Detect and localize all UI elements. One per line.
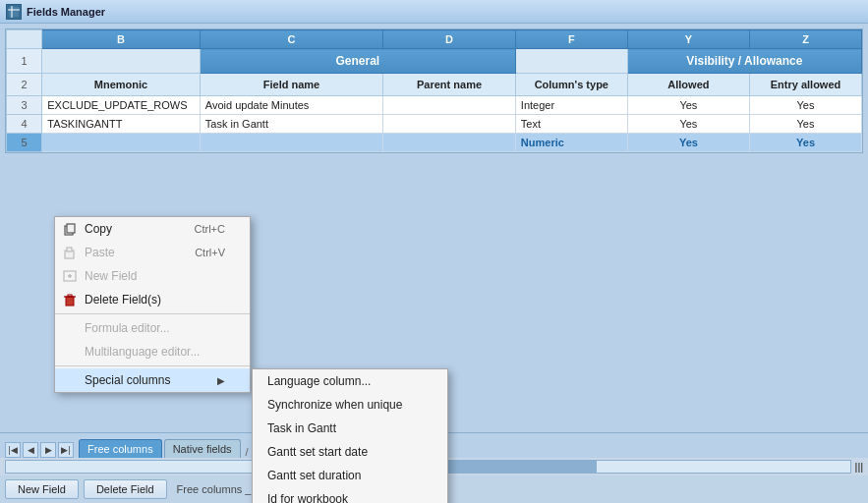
cell-5-entryallowed[interactable]: Yes	[750, 134, 862, 152]
tab-last-btn[interactable]: ▶|	[58, 442, 74, 458]
col-c-header[interactable]: C	[200, 30, 382, 49]
ctx-separator-1	[55, 313, 250, 314]
delete-icon	[61, 291, 79, 308]
submenu-language-column[interactable]: Language column...	[253, 369, 447, 393]
ctx-paste-label: Paste	[85, 246, 115, 259]
ctx-new-field[interactable]: New Field	[55, 264, 250, 288]
delete-field-button[interactable]: Delete Field	[84, 479, 167, 499]
ctx-copy[interactable]: Copy Ctrl+C	[55, 217, 250, 241]
col-letter-row: B C D F Y Z	[7, 30, 862, 49]
window-title: Fields Manager	[27, 6, 105, 18]
cell-5-mnemonic[interactable]	[42, 134, 201, 152]
paste-icon	[61, 244, 79, 261]
group-header-visibility: Visibility / Allowance	[627, 49, 861, 74]
new-field-icon	[61, 267, 79, 285]
col-parentname-header: Parent name	[383, 74, 516, 96]
submenu-task-in-gantt[interactable]: Task in Gantt	[253, 417, 447, 440]
cell-3-entryallowed[interactable]: Yes	[750, 96, 862, 115]
ctx-new-field-label: New Field	[85, 269, 137, 283]
table-row[interactable]: 4 TASKINGANTT Task in Gantt Text Yes Yes	[7, 115, 862, 134]
svg-rect-0	[8, 6, 20, 18]
title-bar: Fields Manager	[0, 0, 868, 24]
ctx-formula-label: Formula editor...	[85, 321, 170, 335]
col-z-header[interactable]: Z	[750, 30, 862, 49]
col-d-header[interactable]: D	[383, 30, 516, 49]
row1-num: 1	[7, 49, 42, 74]
col-mnemonic-header: Mnemonic	[42, 74, 201, 96]
new-field-button[interactable]: New Field	[5, 479, 79, 499]
cell-5-coltype[interactable]: Numeric	[515, 134, 627, 152]
copy-icon	[61, 220, 79, 238]
cell-5-allowed[interactable]: Yes	[627, 134, 749, 152]
cell-5-parentname[interactable]	[383, 134, 516, 152]
ctx-paste[interactable]: Paste Ctrl+V	[55, 241, 250, 264]
table-row[interactable]: 3 EXCLUDE_UPDATE_ROWS Avoid update Minut…	[7, 96, 862, 115]
special-columns-icon	[61, 371, 79, 389]
submenu-arrow-icon: ▶	[217, 375, 225, 386]
tab-free-columns[interactable]: Free columns	[79, 439, 162, 458]
col-b-header[interactable]: B	[42, 30, 201, 49]
row3-num: 3	[7, 96, 42, 115]
ctx-paste-shortcut: Ctrl+V	[195, 247, 225, 258]
table-row[interactable]: 5 Numeric Yes Yes	[7, 134, 862, 152]
cell-3-fieldname[interactable]: Avoid update Minutes	[200, 96, 382, 115]
tab-native-fields[interactable]: Native fields	[164, 439, 241, 458]
group-header-empty-f	[515, 49, 627, 74]
cell-4-parentname[interactable]	[383, 115, 516, 134]
col-allowed-header: Allowed	[627, 74, 749, 96]
tab-first-btn[interactable]: |◀	[5, 442, 21, 458]
free-columns-label: Free columns _	[177, 483, 252, 495]
row4-num: 4	[7, 115, 42, 134]
ctx-separator-2	[55, 365, 250, 366]
formula-icon	[61, 319, 79, 337]
submenu-id-workbook[interactable]: Id for workbook	[253, 487, 447, 503]
fields-table: B C D F Y Z 1 General Visibility / Allow…	[6, 29, 862, 152]
cell-3-coltype[interactable]: Integer	[515, 96, 627, 115]
ctx-delete-field[interactable]: Delete Field(s)	[55, 288, 250, 311]
col-y-header[interactable]: Y	[627, 30, 749, 49]
svg-rect-12	[68, 295, 72, 297]
svg-rect-6	[67, 248, 72, 252]
svg-rect-10	[66, 297, 74, 306]
group-header-empty-b	[42, 49, 201, 74]
ctx-multilanguage-editor[interactable]: Multilanguage editor...	[55, 340, 250, 363]
col-coltype-header: Column's type	[515, 74, 627, 96]
svg-rect-4	[67, 224, 75, 233]
app-icon	[6, 4, 22, 20]
ctx-special-columns-label: Special columns	[85, 373, 170, 387]
submenu-sync-unique[interactable]: Synchronize when unique	[253, 393, 447, 417]
grid-wrapper: B C D F Y Z 1 General Visibility / Allow…	[5, 28, 863, 153]
ctx-multilanguage-label: Multilanguage editor...	[85, 345, 200, 359]
col-entryallowed-header: Entry allowed	[750, 74, 862, 96]
multilanguage-icon	[61, 343, 79, 361]
ctx-special-columns[interactable]: Special columns ▶ Language column... Syn…	[55, 368, 250, 392]
main-container: B C D F Y Z 1 General Visibility / Allow…	[0, 24, 868, 503]
scroll-label: |||	[855, 462, 863, 473]
sub-header-row: 2 Mnemonic Field name Parent name Column…	[7, 74, 862, 96]
row2-num: 2	[7, 74, 42, 96]
cell-4-coltype[interactable]: Text	[515, 115, 627, 134]
cell-5-fieldname[interactable]	[200, 134, 382, 152]
tab-prev-btn[interactable]: ◀	[23, 442, 38, 458]
ctx-delete-label: Delete Field(s)	[85, 293, 161, 307]
ctx-formula-editor[interactable]: Formula editor...	[55, 316, 250, 340]
cell-4-fieldname[interactable]: Task in Gantt	[200, 115, 382, 134]
group-header-general: General	[200, 49, 515, 74]
submenu-gantt-duration[interactable]: Gantt set duration	[253, 464, 447, 487]
group-header-row: 1 General Visibility / Allowance	[7, 49, 862, 74]
tab-next-btn[interactable]: ▶	[40, 442, 56, 458]
cell-3-allowed[interactable]: Yes	[627, 96, 749, 115]
tab-nav: |◀ ◀ ▶ ▶|	[5, 442, 74, 458]
submenu-gantt-start[interactable]: Gantt set start date	[253, 440, 447, 464]
cell-4-entryallowed[interactable]: Yes	[750, 115, 862, 134]
ctx-copy-label: Copy	[85, 222, 112, 236]
cell-4-mnemonic[interactable]: TASKINGANTT	[42, 115, 201, 134]
col-f-header[interactable]: F	[515, 30, 627, 49]
tab-divider-1: /	[243, 446, 252, 458]
cell-4-allowed[interactable]: Yes	[627, 115, 749, 134]
context-menu: Copy Ctrl+C Paste Ctrl+V Ne	[54, 216, 251, 393]
cell-3-mnemonic[interactable]: EXCLUDE_UPDATE_ROWS	[42, 96, 201, 115]
special-columns-submenu: Language column... Synchronize when uniq…	[252, 368, 448, 503]
cell-3-parentname[interactable]	[383, 96, 516, 115]
col-fieldname-header: Field name	[200, 74, 382, 96]
